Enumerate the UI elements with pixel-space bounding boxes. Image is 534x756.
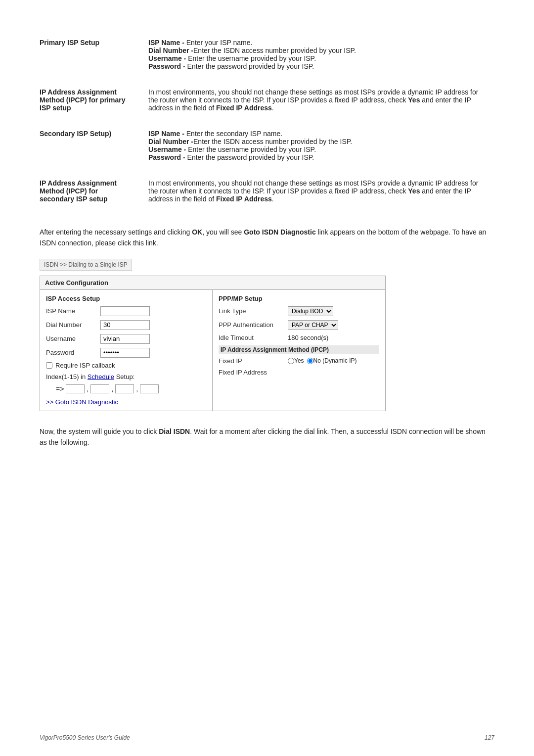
row-content-primary-isp: ISP Name - Enter your ISP name. Dial Num…: [148, 30, 494, 79]
schedule-inputs-row: => , , ,: [56, 384, 206, 393]
config-box: Active Configuration ISP Access Setup IS…: [40, 276, 386, 411]
row-label-ip-primary: IP Address Assignment Method (IPCP) for …: [40, 79, 148, 121]
fixed-ip-yes-radio[interactable]: [288, 358, 294, 364]
link-type-row: Link Type Dialup BOD: [219, 306, 379, 316]
link-type-select[interactable]: Dialup BOD: [288, 306, 333, 316]
ppp-mp-setup-panel: PPP/MP Setup Link Type Dialup BOD PPP Au…: [213, 290, 385, 411]
idle-timeout-label: Idle Timeout: [219, 334, 288, 341]
row-label-primary-isp: Primary ISP Setup: [40, 30, 148, 79]
dial-number-label: Dial Number: [46, 321, 100, 329]
dial-number-row: Dial Number: [46, 320, 206, 330]
isp-name-label: ISP Name: [46, 307, 100, 315]
ppp-auth-row: PPP Authentication PAP or CHAP: [219, 320, 379, 330]
schedule-input-4[interactable]: [140, 384, 159, 393]
isp-name-input[interactable]: [100, 306, 150, 316]
username-label: Username: [46, 335, 100, 342]
table-row: Secondary ISP Setup) ISP Name - Enter th…: [40, 121, 494, 170]
username-row: Username: [46, 334, 206, 344]
config-box-title: Active Configuration: [40, 276, 385, 290]
link-type-label: Link Type: [219, 307, 288, 315]
password-input[interactable]: [100, 348, 150, 358]
breadcrumb: ISDN >> Dialing to a Single ISP: [40, 259, 132, 271]
row-label-ip-secondary: IP Address Assignment Method (IPCP) for …: [40, 170, 148, 212]
schedule-index-label: Index(1-15) in: [46, 373, 88, 380]
fixed-ip-address-label: Fixed IP Address: [219, 369, 288, 376]
require-isp-callback-checkbox[interactable]: [46, 362, 52, 369]
table-row: Primary ISP Setup ISP Name - Enter your …: [40, 30, 494, 79]
row-label-secondary-isp: Secondary ISP Setup): [40, 121, 148, 170]
ppp-auth-label: PPP Authentication: [219, 321, 288, 329]
isp-section-title: ISP Access Setup: [46, 295, 206, 302]
schedule-input-1[interactable]: [66, 384, 85, 393]
arrow-symbol: =>: [56, 385, 64, 393]
schedule-input-3[interactable]: [115, 384, 134, 393]
require-isp-callback-row: Require ISP callback: [46, 362, 206, 369]
isp-access-setup-panel: ISP Access Setup ISP Name Dial Number Us…: [40, 290, 213, 411]
fixed-ip-row: Fixed IP Yes No (Dynamic IP): [219, 357, 379, 365]
password-label: Password: [46, 349, 100, 356]
row-content-ip-primary: In most environments, you should not cha…: [148, 79, 494, 121]
password-row: Password: [46, 348, 206, 358]
footer-left: VigorPro5500 Series User's Guide: [40, 734, 130, 741]
main-content-table: Primary ISP Setup ISP Name - Enter your …: [40, 30, 494, 212]
dial-number-input[interactable]: [100, 320, 150, 330]
page-footer: VigorPro5500 Series User's Guide 127: [40, 734, 494, 741]
ip-section-title: IP Address Assignment Method (IPCP): [219, 345, 379, 354]
fixed-ip-radio-group: Yes No (Dynamic IP): [288, 357, 360, 364]
footer-right: 127: [485, 734, 494, 741]
fixed-ip-yes-label: Yes: [294, 357, 304, 364]
idle-timeout-row: Idle Timeout 180 second(s): [219, 334, 379, 341]
goto-isdn-diagnostic-link[interactable]: >> Goto ISDN Diagnostic: [46, 398, 206, 406]
fixed-ip-label: Fixed IP: [219, 357, 288, 365]
fixed-ip-no-radio[interactable]: [307, 358, 313, 364]
schedule-suffix: Setup:: [116, 373, 135, 380]
paragraph-after-table: After entering the necessary settings an…: [40, 227, 494, 249]
schedule-input-2[interactable]: [90, 384, 109, 393]
fixed-ip-address-row: Fixed IP Address: [219, 369, 379, 376]
table-row: IP Address Assignment Method (IPCP) for …: [40, 170, 494, 212]
username-input[interactable]: [100, 334, 150, 344]
ppp-section-title: PPP/MP Setup: [219, 295, 379, 302]
ppp-auth-select[interactable]: PAP or CHAP: [288, 320, 338, 330]
fixed-ip-no-label: No (Dynamic IP): [313, 357, 357, 364]
row-content-ip-secondary: In most environments, you should not cha…: [148, 170, 494, 212]
schedule-link[interactable]: Schedule: [88, 373, 114, 380]
table-row: IP Address Assignment Method (IPCP) for …: [40, 79, 494, 121]
bottom-paragraph: Now, the system will guide you to click …: [40, 426, 494, 448]
require-isp-callback-label: Require ISP callback: [55, 362, 115, 369]
idle-timeout-value: 180 second(s): [288, 334, 328, 341]
isp-name-row: ISP Name: [46, 306, 206, 316]
schedule-row: Index(1-15) in Schedule Setup:: [46, 373, 206, 380]
row-content-secondary-isp: ISP Name - Enter the secondary ISP name.…: [148, 121, 494, 170]
